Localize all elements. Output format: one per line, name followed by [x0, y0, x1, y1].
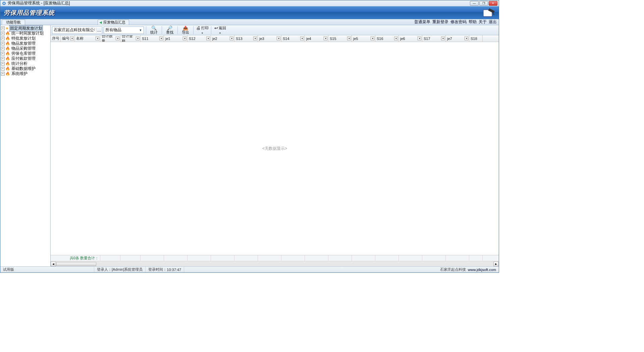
column-header[interactable]: 序号	[51, 35, 61, 42]
content-tab[interactable]: ◀ 应发物品汇总	[98, 19, 129, 25]
menu-3[interactable]: 帮助	[469, 19, 477, 25]
filter-dropdown-icon[interactable]: ▾	[465, 37, 468, 40]
summary-cell	[211, 255, 234, 261]
top-menu: 普通菜单重新登录修改密码帮助关于退出	[414, 19, 499, 25]
nav-tab[interactable]: 功能导航	[2, 19, 25, 25]
chevron-down-icon: ▾	[219, 32, 221, 35]
expand-icon[interactable]: +	[1, 27, 5, 30]
filter-dropdown-icon[interactable]: ▾	[206, 37, 210, 40]
expand-icon[interactable]: +	[1, 47, 5, 50]
menu-4[interactable]: 关于	[479, 19, 487, 25]
column-header[interactable]: je3▾	[258, 35, 281, 42]
column-header[interactable]: 编号▾	[61, 35, 75, 42]
expand-icon[interactable]: +	[1, 72, 5, 76]
filter-dropdown-icon[interactable]: ▾	[418, 37, 421, 40]
scroll-track[interactable]	[56, 262, 493, 266]
summary-cell	[234, 255, 258, 261]
column-header[interactable]: je6▾	[399, 35, 422, 42]
expand-icon[interactable]: +	[1, 37, 5, 40]
goods-input[interactable]	[104, 27, 138, 34]
flame-icon: 🔥	[5, 46, 10, 51]
grid-header: 序号编号▾名称▾合计数量▾合计金额▾S11▾je1▾S12▾je2▾S13▾je…	[51, 35, 499, 42]
column-header[interactable]: 合计数量▾	[100, 35, 120, 42]
horizontal-scrollbar[interactable]: ◄ ►	[51, 261, 499, 266]
menu-2[interactable]: 修改密码	[450, 19, 467, 25]
grid-body[interactable]: <无数据显示>	[51, 42, 499, 255]
column-header[interactable]: S15▾	[328, 35, 352, 42]
column-header[interactable]: S12▾	[187, 35, 211, 42]
print-button[interactable]: 🖨 打印 ▾	[196, 26, 209, 35]
app-title: 劳保用品管理系统	[4, 9, 55, 17]
stat-button[interactable]: 🔍 统计	[148, 26, 160, 35]
tree-item-0[interactable]: +★固定周期发放计划	[0, 26, 50, 31]
company-combo[interactable]: …	[52, 27, 102, 34]
tree-item-1[interactable]: +🔥统一时间发放计划	[0, 31, 50, 36]
column-header[interactable]: je7▾	[446, 35, 469, 42]
column-header[interactable]: S17▾	[422, 35, 446, 42]
filter-dropdown-icon[interactable]: ▾	[159, 37, 163, 40]
close-button[interactable]: ✕	[489, 1, 497, 6]
goods-dropdown-icon[interactable]: ▼	[138, 29, 144, 32]
expand-icon[interactable]: +	[1, 52, 5, 55]
filter-dropdown-icon[interactable]: ▾	[347, 37, 351, 40]
scroll-right-button[interactable]: ►	[493, 262, 499, 266]
column-header[interactable]: je2▾	[211, 35, 234, 42]
column-header[interactable]: S18	[469, 35, 483, 42]
tree-item-8[interactable]: +🔥基础数据维护	[0, 66, 50, 71]
expand-icon[interactable]: +	[1, 42, 5, 45]
tree-item-9[interactable]: +🔥系统维护	[0, 71, 50, 76]
scroll-thumb[interactable]	[56, 262, 96, 266]
filter-dropdown-icon[interactable]: ▾	[183, 37, 186, 40]
company-browse-button[interactable]: …	[96, 28, 102, 33]
expand-icon[interactable]: +	[1, 32, 5, 35]
filter-dropdown-icon[interactable]: ▾	[136, 37, 140, 40]
expand-icon[interactable]: +	[1, 62, 5, 65]
expand-icon[interactable]: +	[1, 57, 5, 60]
flame-icon: 🔥	[5, 67, 10, 71]
goods-combo[interactable]: ▼	[104, 27, 144, 34]
column-header[interactable]: je5▾	[352, 35, 375, 42]
maximize-button[interactable]: ❐	[479, 1, 488, 6]
tree-item-2[interactable]: +🔥特批发放计划	[0, 36, 50, 41]
sidebar-tree[interactable]: +★固定周期发放计划+🔥统一时间发放计划+🔥特批发放计划+🔥物品发放管理+🔥物品…	[0, 25, 51, 266]
tree-item-6[interactable]: +🔥应付账款管理	[0, 56, 50, 61]
filter-dropdown-icon[interactable]: ▾	[324, 37, 327, 40]
minimize-button[interactable]: —	[470, 1, 479, 6]
status-url[interactable]: www.jdkjsoft.com	[468, 268, 496, 272]
filter-dropdown-icon[interactable]: ▾	[277, 37, 280, 40]
filter-dropdown-icon[interactable]: ▾	[371, 37, 374, 40]
tree-item-7[interactable]: +🔥统计分析	[0, 61, 50, 66]
column-header[interactable]: S16▾	[375, 35, 399, 42]
filter-dropdown-icon[interactable]: ▾	[96, 37, 99, 40]
filter-dropdown-icon[interactable]: ▾	[70, 37, 74, 40]
menu-1[interactable]: 重新登录	[432, 19, 448, 25]
filter-dropdown-icon[interactable]: ▾	[253, 37, 257, 40]
column-header[interactable]: je1▾	[164, 35, 187, 42]
expand-icon[interactable]: +	[1, 67, 5, 71]
filter-dropdown-icon[interactable]: ▾	[394, 37, 398, 40]
filter-dropdown-icon[interactable]: ▾	[441, 37, 445, 40]
summary-cell	[469, 255, 483, 261]
filter-dropdown-icon[interactable]: ▾	[116, 37, 119, 40]
find-button[interactable]: 🔎 查找	[164, 26, 175, 35]
flame-icon: 🔥	[5, 51, 10, 56]
column-header[interactable]: S11▾	[141, 35, 164, 42]
menu-0[interactable]: 普通菜单	[414, 19, 430, 25]
main-area: +★固定周期发放计划+🔥统一时间发放计划+🔥特批发放计划+🔥物品发放管理+🔥物品…	[0, 25, 499, 266]
tree-item-4[interactable]: +🔥物品采购管理	[0, 46, 50, 51]
menu-5[interactable]: 退出	[489, 19, 497, 25]
scroll-left-button[interactable]: ◄	[51, 262, 56, 266]
column-header[interactable]: S14▾	[281, 35, 305, 42]
column-header[interactable]: 名称▾	[75, 35, 100, 42]
column-header[interactable]: je4▾	[305, 35, 328, 42]
back-icon: ↩	[214, 26, 218, 30]
back-button[interactable]: ↩ 返回 ▾	[213, 26, 227, 35]
company-input[interactable]	[52, 27, 96, 34]
export-button[interactable]: 📤 导出	[180, 26, 191, 35]
column-header[interactable]: S13▾	[234, 35, 258, 42]
tree-item-3[interactable]: +🔥物品发放管理	[0, 41, 50, 46]
filter-dropdown-icon[interactable]: ▾	[300, 37, 304, 40]
tree-item-5[interactable]: +🔥劳保仓库管理	[0, 51, 50, 56]
column-header[interactable]: 合计金额▾	[120, 35, 141, 42]
filter-dropdown-icon[interactable]: ▾	[230, 37, 233, 40]
